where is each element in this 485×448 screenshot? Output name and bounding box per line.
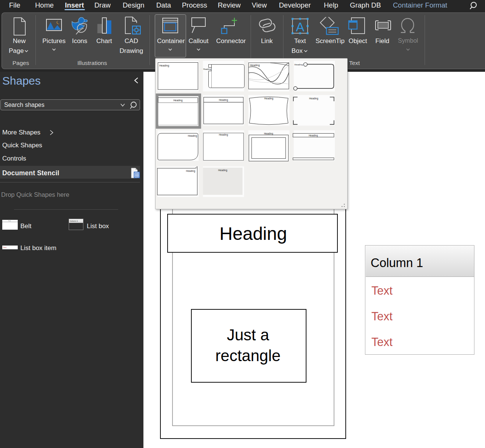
svg-text:Heading: Heading (219, 99, 228, 102)
svg-text:Heading: Heading (159, 64, 169, 67)
svg-text:Heading: Heading (264, 97, 274, 100)
svg-text:Heading: Heading (264, 132, 273, 135)
svg-text:Heading: Heading (250, 64, 260, 67)
svg-text:Heading: Heading (309, 97, 319, 100)
svg-text:Heading: Heading (186, 170, 196, 173)
svg-text:Heading: Heading (173, 99, 183, 102)
svg-text:Heading: Heading (218, 169, 228, 172)
svg-text:Heading: Heading (203, 68, 211, 70)
svg-text:Heading: Heading (188, 134, 197, 137)
svg-text:Heading: Heading (294, 63, 303, 66)
svg-text:A: A (296, 20, 305, 34)
svg-text:Heading: Heading (219, 133, 228, 136)
svg-text:Heading: Heading (309, 134, 318, 137)
